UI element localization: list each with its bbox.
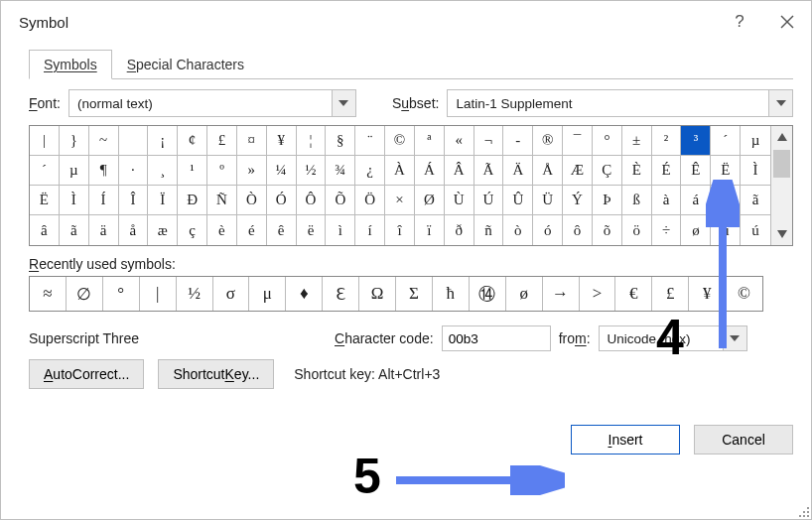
recent-symbol-cell[interactable]: Ɛ bbox=[323, 277, 359, 311]
symbol-cell[interactable]: µ bbox=[60, 156, 89, 186]
symbol-cell[interactable]: ± bbox=[622, 126, 652, 156]
symbol-cell[interactable]: å bbox=[119, 215, 149, 245]
symbol-cell[interactable]: Þ bbox=[593, 186, 622, 215]
chevron-down-icon[interactable] bbox=[723, 326, 746, 350]
recent-symbol-cell[interactable]: σ bbox=[213, 277, 250, 311]
symbol-cell[interactable]: Å bbox=[533, 156, 563, 186]
symbol-cell[interactable]: Ì bbox=[741, 156, 770, 186]
tab-symbols[interactable]: Symbols bbox=[29, 50, 112, 79]
symbol-cell[interactable]: ¹ bbox=[178, 156, 207, 186]
symbol-cell[interactable]: Ì bbox=[60, 186, 89, 215]
symbol-cell[interactable]: Ò bbox=[237, 186, 267, 215]
symbol-cell[interactable]: à bbox=[652, 186, 682, 215]
chevron-down-icon[interactable] bbox=[332, 90, 355, 116]
symbol-cell[interactable]: Û bbox=[503, 186, 533, 215]
scroll-track[interactable] bbox=[771, 148, 792, 223]
subset-select[interactable]: Latin-1 Supplement bbox=[447, 89, 793, 117]
symbol-cell[interactable]: ½ bbox=[297, 156, 327, 186]
recent-symbol-cell[interactable]: ħ bbox=[433, 277, 470, 311]
symbol-cell[interactable]: ì bbox=[326, 215, 355, 245]
symbol-cell[interactable]: ñ bbox=[474, 215, 504, 245]
recent-symbol-cell[interactable]: £ bbox=[652, 277, 689, 311]
recent-symbol-cell[interactable]: ° bbox=[103, 277, 140, 311]
close-button[interactable] bbox=[763, 1, 811, 43]
recent-symbol-cell[interactable]: Σ bbox=[396, 277, 433, 311]
symbol-cell[interactable]: Õ bbox=[326, 186, 355, 215]
symbol-cell[interactable]: ¤ bbox=[237, 126, 267, 156]
symbol-cell[interactable]: õ bbox=[593, 215, 622, 245]
symbol-cell[interactable]: â bbox=[30, 215, 60, 245]
symbol-cell[interactable]: ® bbox=[533, 126, 563, 156]
symbol-cell[interactable]: | bbox=[30, 126, 60, 156]
symbol-cell[interactable]: ö bbox=[622, 215, 652, 245]
symbol-cell[interactable]: ´ bbox=[711, 126, 741, 156]
recent-symbol-cell[interactable]: ♦ bbox=[286, 277, 323, 311]
symbol-cell[interactable]: ø bbox=[681, 215, 711, 245]
symbol-cell[interactable]: Ô bbox=[297, 186, 327, 215]
symbol-cell[interactable]: ë bbox=[297, 215, 327, 245]
recent-symbol-cell[interactable]: ≈ bbox=[30, 277, 67, 311]
symbol-cell[interactable]: Í bbox=[89, 186, 119, 215]
symbol-cell[interactable]: Ó bbox=[267, 186, 297, 215]
symbol-cell[interactable]: Ã bbox=[474, 156, 504, 186]
symbol-cell[interactable]: » bbox=[237, 156, 267, 186]
symbol-cell[interactable]: Ü bbox=[533, 186, 563, 215]
symbol-cell[interactable]: Ö bbox=[355, 186, 385, 215]
symbol-cell[interactable]: í bbox=[355, 215, 385, 245]
symbol-cell[interactable]: ¢ bbox=[178, 126, 207, 156]
symbol-cell[interactable]: ç bbox=[178, 215, 207, 245]
symbol-cell[interactable]: Î bbox=[119, 186, 149, 215]
symbol-cell[interactable]: æ bbox=[148, 215, 178, 245]
symbol-cell[interactable]: § bbox=[326, 126, 355, 156]
symbol-cell[interactable]: ~ bbox=[89, 126, 119, 156]
recent-symbol-cell[interactable]: μ bbox=[249, 277, 286, 311]
symbol-cell[interactable]: Ç bbox=[593, 156, 622, 186]
symbol-cell[interactable]: ¥ bbox=[267, 126, 297, 156]
symbol-cell[interactable]: µ bbox=[741, 126, 770, 156]
symbol-cell[interactable]: ² bbox=[652, 126, 682, 156]
insert-button[interactable]: Insert bbox=[571, 425, 680, 455]
recent-symbol-cell[interactable]: | bbox=[140, 277, 177, 311]
symbol-cell[interactable]: î bbox=[385, 215, 415, 245]
recent-symbol-cell[interactable]: © bbox=[726, 277, 762, 311]
scroll-thumb[interactable] bbox=[773, 150, 790, 178]
symbol-cell[interactable]: ¯ bbox=[563, 126, 593, 156]
symbol-cell[interactable]: ´ bbox=[30, 156, 60, 186]
symbol-cell[interactable]: ¶ bbox=[89, 156, 119, 186]
symbol-cell[interactable]: ò bbox=[503, 215, 533, 245]
symbol-cell[interactable]: ° bbox=[593, 126, 622, 156]
symbol-cell[interactable]: ó bbox=[533, 215, 563, 245]
recent-symbol-cell[interactable]: ø bbox=[506, 277, 543, 311]
symbol-cell[interactable]: ú bbox=[741, 215, 770, 245]
symbol-cell[interactable]: - bbox=[503, 126, 533, 156]
symbol-cell[interactable]: Á bbox=[415, 156, 445, 186]
autocorrect-button[interactable]: AutoCorrect... bbox=[29, 359, 144, 389]
recent-symbol-cell[interactable]: Ω bbox=[359, 277, 396, 311]
symbol-cell[interactable]: Æ bbox=[563, 156, 593, 186]
help-button[interactable]: ? bbox=[716, 1, 763, 43]
symbol-cell[interactable]: ê bbox=[267, 215, 297, 245]
symbol-cell[interactable]: Ë bbox=[711, 156, 741, 186]
recent-symbol-cell[interactable]: ½ bbox=[177, 277, 213, 311]
symbol-cell[interactable]: Ú bbox=[474, 186, 504, 215]
symbol-cell[interactable]: è bbox=[207, 215, 237, 245]
encoding-select[interactable]: Unicode (hex) bbox=[599, 325, 747, 351]
symbol-cell[interactable]: ß bbox=[622, 186, 652, 215]
tab-special-characters[interactable]: Special Characters bbox=[112, 50, 259, 79]
symbol-cell[interactable]: Ñ bbox=[207, 186, 237, 215]
symbol-cell[interactable]: À bbox=[385, 156, 415, 186]
symbol-cell[interactable]: © bbox=[385, 126, 415, 156]
symbol-cell[interactable]: á bbox=[681, 186, 711, 215]
symbol-cell[interactable]: ³ bbox=[681, 126, 711, 156]
symbol-cell[interactable]: « bbox=[445, 126, 474, 156]
symbol-cell[interactable]: â bbox=[711, 186, 741, 215]
symbol-cell[interactable]: ¸ bbox=[148, 156, 178, 186]
grid-scrollbar[interactable] bbox=[770, 126, 792, 245]
symbol-cell[interactable]: ¼ bbox=[267, 156, 297, 186]
symbol-cell[interactable]: ã bbox=[741, 186, 770, 215]
recent-symbol-cell[interactable]: € bbox=[615, 277, 652, 311]
symbol-cell[interactable]: Ë bbox=[30, 186, 60, 215]
symbol-cell[interactable]: ð bbox=[445, 215, 474, 245]
symbol-cell[interactable]: é bbox=[237, 215, 267, 245]
symbol-cell[interactable]: × bbox=[385, 186, 415, 215]
